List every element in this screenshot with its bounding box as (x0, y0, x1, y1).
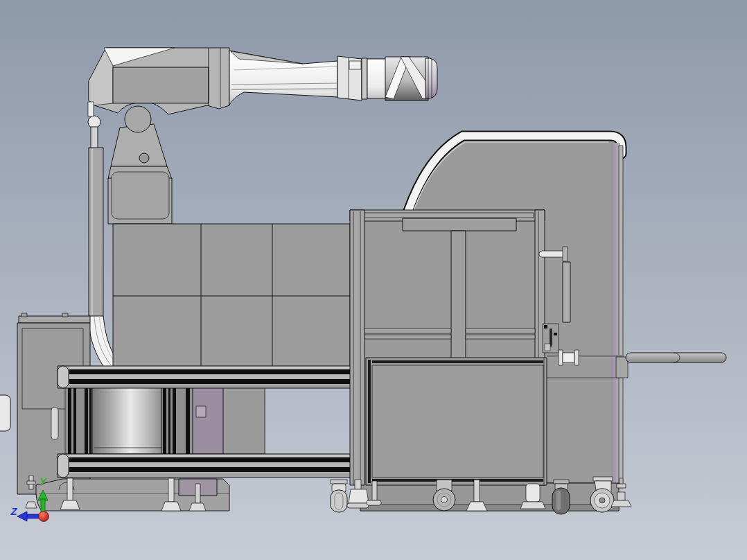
gas-spring-cylinder[interactable] (89, 148, 103, 317)
door-handle-bar[interactable] (563, 262, 570, 322)
conveyor-top-rail (58, 366, 362, 388)
column-panel (112, 172, 169, 219)
left-roller (51, 408, 58, 439)
rotary-drum[interactable] (92, 387, 161, 454)
fence-header-bar (403, 218, 516, 231)
fence-left-post (350, 210, 364, 485)
purple-panel (193, 387, 223, 454)
latch-mechanism (543, 324, 559, 353)
origin-ball (39, 511, 49, 522)
enclosure-right-face (619, 146, 623, 483)
machine-behind (222, 387, 265, 454)
shoulder-tab (88, 102, 94, 116)
cad-viewport[interactable]: Y Z (0, 0, 747, 560)
caster-fence-post (331, 480, 347, 512)
collar-step (349, 61, 361, 69)
panel-wall[interactable] (113, 224, 350, 367)
gas-spring-rod (91, 127, 98, 148)
handle-tab (563, 247, 568, 261)
enclosure-divider (547, 355, 623, 357)
conveyor-end-cap (0, 395, 10, 431)
caster-mid (433, 480, 455, 511)
door-bottom-groove (372, 479, 543, 482)
purple-panel-notch (196, 406, 206, 417)
shoulder-joint (125, 106, 151, 132)
bracket-hole (139, 153, 149, 163)
handle-rod[interactable] (539, 251, 566, 257)
door-left-groove (368, 360, 371, 483)
machine-base (360, 483, 619, 511)
caster-dark (552, 480, 570, 514)
conveyor-bottom-rail (58, 454, 362, 478)
wrist-cap (425, 58, 437, 98)
shoulder-panel (113, 67, 209, 103)
spring-ball-joint (88, 116, 100, 128)
door-top-groove (372, 360, 543, 363)
push-rod[interactable] (626, 353, 726, 362)
cabinet-lip (19, 316, 90, 323)
z-axis-label: Z (10, 505, 17, 517)
fence-door-panel[interactable] (366, 358, 547, 485)
wrist-cylinder (367, 59, 387, 98)
wrist-ring (362, 58, 367, 99)
